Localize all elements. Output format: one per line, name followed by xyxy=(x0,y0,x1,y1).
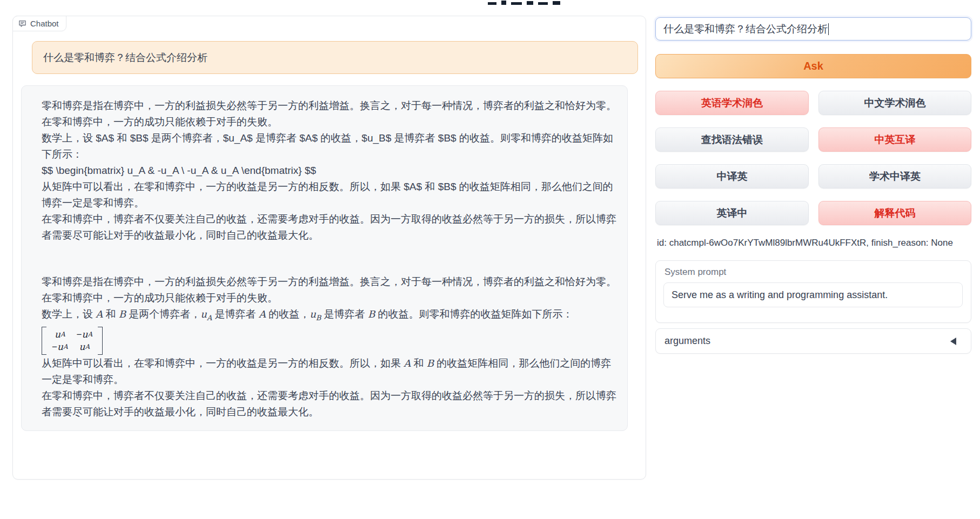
matrix-body: uA−uA−uAuA xyxy=(46,327,98,355)
bot-message-bubble: 零和博弈是指在博弈中，一方的利益损失必然等于另一方的利益增益。换言之，对于每一种… xyxy=(21,85,628,431)
question-input-value: 什么是零和博弈？结合公式介绍分析 xyxy=(663,22,828,36)
bot-raw-paragraph: 从矩阵中可以看出，在零和博弈中，一方的收益是另一方的相反数。所以，如果 $A$ … xyxy=(42,179,619,211)
action-button-zh-to-en[interactable]: 中译英 xyxy=(655,164,809,188)
quick-action-grid: 英语学术润色 中文学术润色 查找语法错误 中英互译 中译英 学术中译英 英译中 … xyxy=(655,91,971,225)
bot-rendered-math-paragraph: 从矩阵中可以看出，在零和博弈中，一方的收益是另一方的相反数。所以，如果 A 和 … xyxy=(42,355,619,388)
system-prompt-group: System prompt Serve me as a writing and … xyxy=(655,260,971,323)
payoff-matrix: uA−uA−uAuA xyxy=(42,327,103,355)
collapse-triangle-icon xyxy=(950,338,956,345)
ask-button[interactable]: Ask xyxy=(655,54,971,78)
bot-raw-paragraph: 在零和博弈中，博弈者不仅要关注自己的收益，还需要考虑对手的收益。因为一方取得的收… xyxy=(42,211,619,244)
action-button-chinese-academic-polish[interactable]: 中文学术润色 xyxy=(818,91,971,115)
chatbot-label: Chatbot xyxy=(12,16,66,31)
chatbot-label-text: Chatbot xyxy=(30,19,59,28)
chat-bubble-icon xyxy=(18,19,26,28)
action-button-en-to-zh[interactable]: 英译中 xyxy=(655,201,809,225)
bot-rendered-paragraph: 在零和博弈中，博弈者不仅要关注自己的收益，还需要考虑对手的收益。因为一方取得的收… xyxy=(42,388,619,420)
bot-raw-latex-line: $$ \begin{bmatrix} u_A & -u_A \ -u_A & u… xyxy=(42,163,619,179)
action-button-zh-en-mutual-translate[interactable]: 中英互译 xyxy=(818,127,971,152)
bot-message-rendered: 零和博弈是指在博弈中，一方的利益损失必然等于另一方的利益增益。换言之，对于每一种… xyxy=(42,274,619,420)
title-fragment xyxy=(553,1,560,5)
system-prompt-label: System prompt xyxy=(664,267,726,278)
action-button-academic-zh-to-en[interactable]: 学术中译英 xyxy=(818,164,971,188)
title-fragment xyxy=(501,1,506,5)
action-button-english-academic-polish[interactable]: 英语学术润色 xyxy=(655,91,809,115)
user-message-text: 什么是零和博弈？结合公式介绍分析 xyxy=(43,51,207,65)
arguments-accordion[interactable]: arguments xyxy=(655,328,971,354)
user-message-bubble: 什么是零和博弈？结合公式介绍分析 xyxy=(32,41,638,74)
matrix-right-bracket xyxy=(98,327,103,355)
bot-rendered-math-paragraph: 数学上，设 A 和 B 是两个博弈者，uA 是博弈者 A 的收益，uB 是博弈者… xyxy=(42,306,619,326)
accordion-label: arguments xyxy=(664,335,710,347)
matrix-left-bracket xyxy=(42,327,46,355)
text-cursor xyxy=(828,23,829,35)
question-input[interactable]: 什么是零和博弈？结合公式介绍分析 xyxy=(655,17,971,41)
title-fragment xyxy=(527,1,533,5)
bot-message-raw: 零和博弈是指在博弈中，一方的利益损失必然等于另一方的利益增益。换言之，对于每一种… xyxy=(42,98,619,244)
action-button-explain-code[interactable]: 解释代码 xyxy=(818,201,971,225)
title-fragment xyxy=(511,2,522,5)
clipped-page-heading xyxy=(488,0,561,5)
bot-rendered-paragraph: 零和博弈是指在博弈中，一方的利益损失必然等于另一方的利益增益。换言之，对于每一种… xyxy=(42,274,619,306)
system-prompt-input[interactable]: Serve me as a writing and programming as… xyxy=(663,282,963,307)
completion-status-line: id: chatcmpl-6wOo7KrYTwMl89lbrMWRu4UkFFX… xyxy=(657,238,953,248)
bot-raw-paragraph: 数学上，设 $A$ 和 $B$ 是两个博弈者，$u_A$ 是博弈者 $A$ 的收… xyxy=(42,130,619,163)
action-button-find-grammar-errors[interactable]: 查找语法错误 xyxy=(655,127,809,152)
title-fragment xyxy=(488,2,496,5)
chatbot-panel[interactable]: Chatbot 什么是零和博弈？结合公式介绍分析 零和博弈是指在博弈中，一方的利… xyxy=(12,16,646,480)
title-fragment xyxy=(538,2,548,5)
app-root: Chatbot 什么是零和博弈？结合公式介绍分析 零和博弈是指在博弈中，一方的利… xyxy=(0,0,980,519)
system-prompt-value: Serve me as a writing and programming as… xyxy=(672,289,888,301)
bot-raw-paragraph: 零和博弈是指在博弈中，一方的利益损失必然等于另一方的利益增益。换言之，对于每一种… xyxy=(42,98,619,130)
